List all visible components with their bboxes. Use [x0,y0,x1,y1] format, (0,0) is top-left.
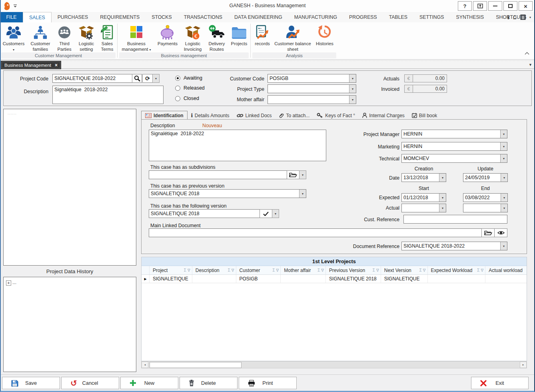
tab-details-amounts[interactable]: i Details Amounts [188,111,233,120]
update-date-picker[interactable]: 24/05/2019 ▾ [463,173,508,182]
menu-transactions[interactable]: TRANSACTIONS [178,12,228,22]
menu-file[interactable]: FILE [0,12,23,22]
document-reference-combo[interactable]: SIGNALETIQUE 2018-2022 ▾ [401,242,507,250]
history-tree-node[interactable]: ... [12,280,16,285]
expected-end-picker[interactable]: 03/08/2022 ▾ [463,193,508,202]
ribbon-sales-terms[interactable]: Sales Terms [98,24,117,52]
menu-settings[interactable]: SETTINGS [413,12,450,22]
menu-manufacturing[interactable]: MANUFACTURING [288,12,343,22]
sigma-icon[interactable]: Σ [228,268,230,272]
calculator-icon[interactable] [520,14,526,20]
column-header-customer[interactable]: Customer Σ∇ [236,266,281,274]
chevron-down-icon[interactable]: ▾ [439,204,446,212]
customer-code-combo[interactable]: POSIGB ▾ [268,74,356,83]
main-linked-document-view-button[interactable] [494,228,507,237]
info-icon[interactable]: i [507,14,509,21]
sigma-icon[interactable]: Σ [373,268,375,272]
minimize-button[interactable] [488,1,502,11]
ribbon-customer-families[interactable]: Customer families [27,24,54,52]
menu-data-engineering[interactable]: DATA ENGINEERING [228,12,288,22]
tree-expand-icon[interactable]: + [6,280,11,286]
chevron-down-icon[interactable]: ▾ [349,74,356,82]
sigma-icon[interactable]: Σ [477,268,479,272]
chevron-down-icon[interactable]: ▾ [349,96,356,104]
project-tree[interactable]: ...... [3,109,136,266]
chevron-down-icon[interactable]: ▾ [500,130,507,138]
following-version-dropdown-button[interactable]: ▾ [272,209,279,218]
subdivisions-browse-button[interactable] [287,170,299,179]
cancel-button[interactable]: ↺ Cancel [61,377,119,389]
radio-released[interactable]: Released [175,85,205,91]
radio-awaiting[interactable]: Awaiting [175,75,202,81]
radio-closed[interactable]: Closed [175,96,199,101]
creation-date-picker[interactable]: 13/12/2018 ▾ [401,173,446,182]
save-button[interactable]: Save [2,377,60,389]
chevron-down-icon[interactable]: ▾ [501,204,507,212]
maximize-button[interactable] [503,1,517,11]
mother-affair-combo[interactable]: ▾ [268,95,356,104]
following-version-validate-button[interactable] [260,209,272,218]
column-header-next-version[interactable]: Next Version Σ∇ [381,266,428,274]
menu-requirements[interactable]: REQUIREMENTS [94,12,146,22]
sigma-icon[interactable]: Σ [272,268,275,272]
search-button[interactable] [132,74,142,83]
menu-purchases[interactable]: PURCHASES [52,12,94,22]
filter-icon[interactable]: ∇ [188,268,190,272]
tab-internal-charges[interactable]: Internal Charges [359,111,408,120]
ribbon-records[interactable]: records [251,24,273,52]
menu-progress[interactable]: PROGRESS [343,12,383,22]
chevron-down-icon[interactable]: ▾ [500,142,507,150]
tab-to-attach[interactable]: To attach... [275,111,313,120]
project-code-input[interactable] [52,74,132,83]
menu-synthesis[interactable]: SYNTHESIS [450,12,490,22]
chevron-down-icon[interactable]: ▾ [529,16,531,19]
sigma-icon[interactable]: Σ [419,268,422,272]
delete-button[interactable]: Delete [180,377,238,389]
ribbon-logistic-setting[interactable]: Logistic setting [75,24,98,52]
scrollbar-thumb[interactable] [150,362,242,368]
chevron-down-icon[interactable]: ▾ [349,85,356,93]
ribbon-delivery-routes[interactable]: Delivery Routes [205,24,228,52]
tab-list-dropdown-icon[interactable]: ▼ [529,63,532,67]
subdivisions-input[interactable] [149,170,287,179]
ribbon-projects[interactable]: Projects [228,24,250,52]
tab-linked-docs[interactable]: Linked Docs [233,111,275,120]
chevron-down-icon[interactable]: ▾ [299,190,306,198]
ribbon-histories[interactable]: Histories [312,24,337,52]
chevron-down-icon[interactable]: ▾ [501,174,507,182]
ribbon-business-management[interactable]: Business management ▾ [118,24,155,52]
close-button[interactable]: × [519,1,533,11]
chevron-down-icon[interactable]: ▾ [501,194,507,202]
column-header-description[interactable]: Description Σ∇ [192,266,236,274]
expected-start-picker[interactable]: 01/12/2018 ▾ [401,193,446,202]
main-linked-document-input[interactable] [149,228,482,237]
filter-icon[interactable]: ∇ [232,268,234,272]
tab-business-management[interactable]: Business Management × [1,61,61,69]
table-row[interactable]: ▶ SIGNALETIQUE POSIGB SIGNALETIQUE 2018 … [142,275,527,283]
filter-icon[interactable]: ∇ [376,268,379,272]
column-header-mother-affair[interactable]: Mother affair Σ∇ [281,266,326,274]
refresh-dropdown-button[interactable]: ▾ [152,74,160,83]
chevron-down-icon[interactable]: ▾ [500,154,507,162]
new-button[interactable]: New [120,377,178,389]
following-version-input[interactable] [149,209,260,218]
actual-start-picker[interactable]: ▾ [401,204,446,212]
project-manager-combo[interactable]: HERNIN ▾ [401,130,507,138]
menu-tables[interactable]: TABLES [383,12,413,22]
filter-icon[interactable]: ∇ [481,268,484,272]
pin-window-button[interactable] [473,1,487,11]
sigma-icon[interactable]: Σ [184,268,186,272]
main-linked-document-browse-button[interactable] [481,228,495,237]
scroll-left-arrow[interactable]: ◂ [142,362,148,368]
tab-keys-of-fact[interactable]: Keys of Fact ° [313,111,359,120]
refresh-button[interactable]: ⟳ [142,74,153,83]
scroll-right-arrow[interactable]: ▸ [520,362,527,368]
project-type-combo[interactable]: ▾ [268,84,356,93]
close-tab-icon[interactable]: × [55,62,58,68]
table-horizontal-scrollbar[interactable]: ◂ ▸ [141,361,527,368]
ribbon-customer-balance-sheet[interactable]: Customer balance sheet [273,24,312,52]
cust-reference-input[interactable] [403,215,507,224]
column-header-actual-workload[interactable]: Actual workload [485,266,527,274]
chevron-down-icon[interactable]: ▾ [500,242,507,250]
ribbon-customers[interactable]: Customers ▾ [0,24,27,52]
